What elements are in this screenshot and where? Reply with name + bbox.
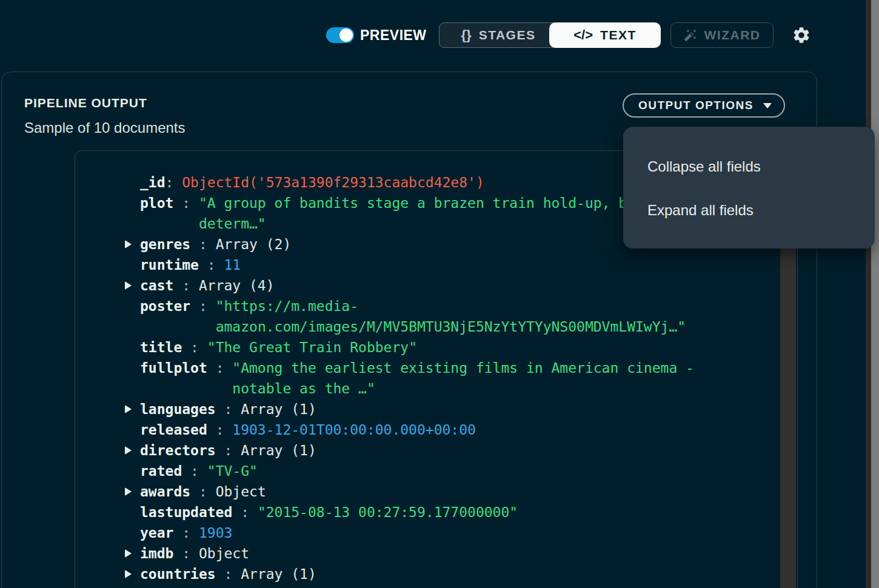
expand-caret-icon[interactable] xyxy=(125,255,140,275)
text-tab[interactable]: </> TEXT xyxy=(549,22,661,48)
field-key: year xyxy=(140,525,173,541)
stages-tab[interactable]: {} STAGES xyxy=(439,22,558,48)
window-edge-scrollbar-strip[interactable] xyxy=(871,0,879,588)
expand-caret-icon[interactable] xyxy=(125,440,140,461)
field-key: runtime xyxy=(140,257,199,273)
field-value: "TV-G" xyxy=(207,461,698,481)
field-key: awards xyxy=(140,484,190,499)
expand-caret-icon[interactable] xyxy=(125,358,140,378)
field-value: 1903-12-01T00:00:00.000+00:00 xyxy=(232,419,698,440)
expand-caret-icon[interactable] xyxy=(125,502,140,523)
expand-caret-icon[interactable] xyxy=(125,564,140,584)
menu-item-expand-all-fields[interactable]: Expand all fields xyxy=(623,189,875,232)
document-field-row: awards : Object xyxy=(125,481,774,502)
expand-caret-icon[interactable] xyxy=(125,275,140,296)
field-value: Array (1) xyxy=(241,399,698,419)
document-field-row: rated : "TV-G" xyxy=(125,461,774,481)
document-field-row: directors : Array (1) xyxy=(125,440,774,461)
field-value: "https://m.media-amazon.com/images/M/MV5… xyxy=(216,296,698,337)
field-separator: : xyxy=(207,422,233,438)
field-key: _id xyxy=(140,175,165,190)
panel-subtitle: Sample of 10 documents xyxy=(24,119,185,136)
field-value: 11 xyxy=(224,255,698,275)
field-separator: : xyxy=(232,504,258,520)
document-field-row: poster : "https://m.media-amazon.com/ima… xyxy=(125,296,774,337)
curly-braces-icon: {} xyxy=(461,27,472,43)
expand-caret-icon[interactable] xyxy=(125,543,140,564)
document-field-row: fullplot : "Among the earliest existing … xyxy=(125,358,774,399)
expand-caret-icon[interactable] xyxy=(125,419,140,440)
expand-caret-icon[interactable] xyxy=(125,172,140,193)
field-separator: : xyxy=(165,175,182,190)
gear-icon xyxy=(792,25,811,45)
document-field-row: countries : Array (1) xyxy=(125,564,774,584)
chevron-down-icon xyxy=(763,103,772,109)
expand-caret-icon[interactable] xyxy=(125,337,140,358)
field-value: "Among the earliest existing films in Am… xyxy=(232,358,698,399)
field-value: Object xyxy=(199,543,698,564)
field-separator: : xyxy=(190,484,216,499)
expand-caret-icon[interactable] xyxy=(125,399,140,419)
field-value: Array (1) xyxy=(241,564,698,584)
field-key: rated xyxy=(140,463,182,479)
field-key: directors xyxy=(140,443,216,458)
field-separator: : xyxy=(199,257,224,273)
expand-caret-icon[interactable] xyxy=(125,523,140,543)
settings-button[interactable] xyxy=(792,25,811,45)
field-key: lastupdated xyxy=(140,504,232,520)
field-value: "movie" xyxy=(199,584,698,588)
field-value: "2015-08-13 00:27:59.177000000" xyxy=(258,502,698,523)
field-value: "The Great Train Robbery" xyxy=(207,337,698,358)
field-value: ObjectId('573a1390f29313caabcd42e8') xyxy=(182,172,698,193)
field-separator: : xyxy=(173,278,199,293)
text-tab-label: TEXT xyxy=(600,28,637,42)
wizard-button[interactable]: WIZARD xyxy=(670,22,774,48)
document-field-row: runtime : 11 xyxy=(125,255,774,275)
field-key: title xyxy=(140,339,182,355)
document-field-row: languages : Array (1) xyxy=(125,399,774,419)
code-icon: </> xyxy=(573,27,593,43)
document-field-row: cast : Array (4) xyxy=(125,275,774,296)
field-key: poster xyxy=(140,298,190,314)
field-value: Array (4) xyxy=(199,275,698,296)
expand-caret-icon[interactable] xyxy=(125,461,140,481)
document-field-row: imdb : Object xyxy=(125,543,774,564)
field-separator: : xyxy=(173,195,199,211)
document-field-row: lastupdated : "2015-08-13 00:27:59.17700… xyxy=(125,502,774,523)
expand-caret-icon[interactable] xyxy=(125,296,140,316)
panel-title: PIPELINE OUTPUT xyxy=(24,96,147,110)
expand-caret-icon[interactable] xyxy=(125,234,140,255)
preview-toggle[interactable] xyxy=(326,27,354,43)
menu-item-collapse-all-fields[interactable]: Collapse all fields xyxy=(623,145,875,189)
document-field-row: year : 1903 xyxy=(125,523,774,543)
document-field-row: released : 1903-12-01T00:00:00.000+00:00 xyxy=(125,419,774,440)
field-value: Array (1) xyxy=(241,440,698,461)
field-separator: : xyxy=(173,546,199,561)
field-separator: : xyxy=(190,236,216,252)
preview-label: PREVIEW xyxy=(360,27,427,43)
field-separator: : xyxy=(216,566,241,582)
expand-caret-icon[interactable] xyxy=(125,193,140,213)
expand-caret-icon[interactable] xyxy=(125,584,140,588)
expand-caret-icon[interactable] xyxy=(125,481,140,502)
output-options-label: OUTPUT OPTIONS xyxy=(638,99,754,112)
field-separator: : xyxy=(216,443,241,458)
field-key: languages xyxy=(140,401,216,417)
field-value: 1903 xyxy=(199,523,698,543)
field-key: genres xyxy=(140,236,190,252)
field-key: countries xyxy=(140,566,216,582)
stages-tab-label: STAGES xyxy=(479,28,536,42)
field-key: fullplot xyxy=(140,360,207,376)
field-separator: : xyxy=(173,525,199,541)
field-separator: : xyxy=(190,298,216,314)
field-key: plot xyxy=(140,195,173,211)
window-edge-dark-strip xyxy=(866,0,871,588)
compass-pipeline-preview: { "topbar": { "preview": {"label": "PREV… xyxy=(0,0,879,588)
magic-wand-icon xyxy=(684,28,697,42)
field-separator: : xyxy=(216,401,241,417)
field-separator: : xyxy=(207,360,233,376)
document-field-row: type : "movie" xyxy=(125,584,774,588)
field-separator: : xyxy=(182,463,207,479)
field-separator: : xyxy=(182,339,207,355)
output-options-button[interactable]: OUTPUT OPTIONS xyxy=(623,93,785,118)
